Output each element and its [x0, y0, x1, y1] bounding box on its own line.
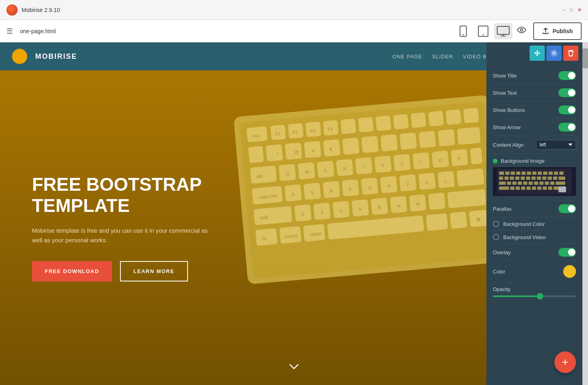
svg-text:D: D [330, 188, 333, 193]
svg-text:S: S [310, 190, 314, 195]
toolbar-right: Publish [516, 22, 582, 40]
svg-rect-158 [510, 186, 514, 190]
svg-text:Q: Q [286, 171, 290, 176]
tablet-view-button[interactable] [474, 23, 492, 39]
mobile-view-button[interactable] [454, 23, 472, 39]
svg-text:F1: F1 [275, 131, 280, 136]
show-arrow-label: Show Arrow [493, 124, 520, 130]
parallax-label: Parallax [493, 206, 512, 212]
svg-text:G: G [368, 185, 372, 190]
svg-rect-33 [438, 129, 455, 146]
svg-text:F4: F4 [328, 126, 333, 132]
bg-color-row: Background Color [493, 217, 576, 231]
show-arrow-toggle[interactable] [558, 123, 576, 132]
svg-rect-15 [340, 118, 356, 134]
svg-rect-154 [545, 182, 549, 185]
svg-rect-147 [507, 182, 511, 185]
svg-rect-130 [543, 172, 547, 175]
opacity-slider-thumb[interactable] [537, 293, 543, 299]
svg-rect-35 [250, 166, 277, 184]
svg-rect-17 [376, 116, 391, 131]
scrollbar-thumb[interactable] [582, 48, 588, 68]
svg-rect-32 [419, 131, 436, 148]
delete-section-button[interactable] [563, 46, 578, 61]
svg-rect-162 [532, 186, 536, 190]
show-text-row: Show Text [493, 84, 576, 102]
svg-rect-28 [342, 138, 359, 155]
svg-text:J: J [406, 182, 409, 186]
publish-label: Publish [552, 28, 573, 34]
svg-rect-23 [248, 146, 264, 163]
svg-rect-66 [428, 193, 445, 210]
svg-rect-22 [463, 108, 479, 124]
svg-rect-123 [505, 172, 509, 175]
overlay-toggle[interactable] [558, 248, 576, 257]
close-button[interactable]: ✕ [578, 7, 582, 13]
preview-button[interactable] [516, 26, 527, 36]
publish-button[interactable]: Publish [533, 22, 582, 40]
svg-text:F2: F2 [292, 130, 298, 135]
bg-video-radio[interactable] [493, 234, 499, 240]
svg-point-3 [483, 34, 484, 35]
svg-rect-31 [400, 132, 417, 150]
svg-rect-18 [393, 114, 409, 130]
svg-point-7 [520, 29, 523, 31]
bg-image-header: Background Image [493, 158, 576, 164]
settings-content: Show Title Show Text Show Buttons Show A… [486, 64, 582, 304]
maximize-button[interactable]: □ [570, 7, 573, 13]
svg-rect-128 [532, 172, 536, 175]
add-section-button[interactable]: + [554, 351, 576, 373]
color-swatch[interactable] [563, 265, 576, 278]
bg-image-thumbnail[interactable] [493, 167, 576, 196]
main-area: MOBIRISE ONE PAGE SLIDER VIDEO BG BLOG D… [0, 42, 588, 385]
overlay-row: Overlay [493, 244, 576, 261]
show-arrow-row: Show Arrow [493, 119, 576, 136]
color-row: Color [493, 261, 576, 282]
show-buttons-toggle[interactable] [558, 106, 576, 114]
svg-rect-161 [526, 186, 530, 190]
svg-text:O: O [439, 158, 443, 163]
bg-color-radio[interactable] [493, 221, 499, 227]
show-text-toggle[interactable] [558, 88, 576, 97]
svg-rect-129 [538, 172, 542, 175]
learn-more-button[interactable]: LEARN MORE [120, 261, 188, 281]
nav-item-onepage[interactable]: ONE PAGE [392, 54, 422, 60]
opacity-section: Opacity [493, 282, 576, 301]
nav-item-slider[interactable]: SLIDER [432, 54, 453, 60]
svg-rect-164 [543, 186, 547, 190]
svg-rect-156 [556, 182, 565, 185]
svg-rect-145 [558, 177, 565, 180]
svg-rect-127 [527, 172, 531, 175]
app-title: Mobirise 2.9.10 [22, 7, 60, 13]
svg-rect-34 [457, 127, 480, 145]
svg-rect-153 [539, 182, 543, 185]
menu-icon[interactable]: ☰ [6, 27, 13, 36]
content-align-select[interactable]: left center right [536, 140, 576, 150]
svg-rect-19 [411, 112, 426, 128]
parallax-row: Parallax [493, 200, 576, 217]
svg-text:H: H [387, 183, 391, 188]
svg-rect-25 [285, 142, 302, 160]
svg-text:C: C [340, 208, 343, 213]
desktop-view-button[interactable] [494, 23, 512, 39]
svg-text:U: U [400, 161, 404, 166]
svg-rect-159 [516, 186, 520, 190]
svg-rect-143 [548, 177, 552, 180]
show-title-toggle[interactable] [558, 71, 576, 80]
svg-rect-163 [537, 186, 541, 190]
settings-section-button[interactable] [546, 46, 562, 61]
svg-rect-16 [358, 117, 374, 133]
opacity-label: Opacity [493, 286, 576, 292]
free-download-button[interactable]: FREE DOWNLOAD [32, 261, 112, 281]
svg-rect-136 [510, 177, 514, 180]
svg-text:⌘: ⌘ [476, 217, 481, 222]
move-section-button[interactable] [530, 46, 545, 61]
svg-rect-30 [380, 134, 398, 152]
scrollbar[interactable] [582, 42, 588, 385]
scroll-arrow[interactable] [288, 363, 300, 373]
svg-rect-72 [426, 213, 448, 231]
hero-subtitle: Mobirise template is free and you can us… [32, 226, 208, 245]
minimize-button[interactable]: − [562, 7, 565, 13]
parallax-toggle[interactable] [558, 204, 576, 213]
svg-rect-21 [446, 109, 461, 125]
